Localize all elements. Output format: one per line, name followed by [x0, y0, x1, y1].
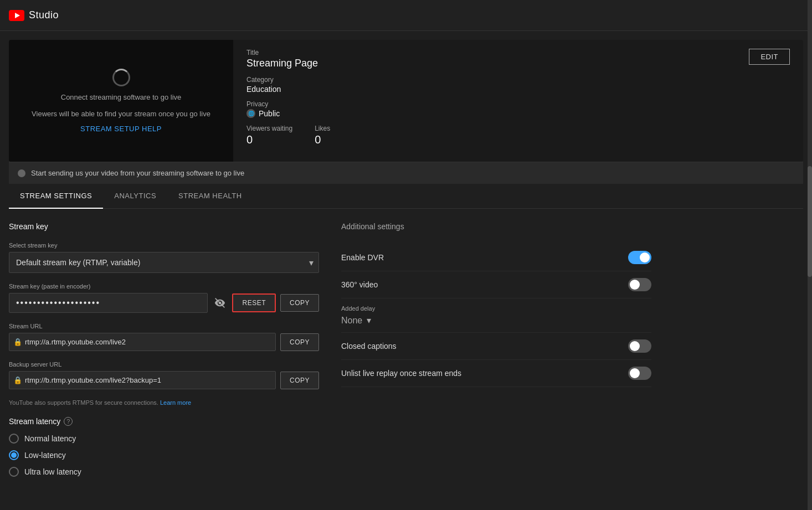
backup-url-input[interactable] — [9, 371, 276, 389]
closed-captions-toggle[interactable] — [628, 339, 651, 353]
stream-url-row: 🔒 COPY — [9, 333, 319, 351]
edit-button[interactable]: EDIT — [749, 49, 790, 65]
stream-key-select-group: Select stream key Default stream key (RT… — [9, 242, 319, 273]
latency-help-icon[interactable]: ? — [64, 417, 73, 426]
category-field: Category Education — [246, 76, 790, 94]
stream-url-input[interactable] — [9, 333, 276, 351]
preview-line2: Viewers will be able to find your stream… — [32, 109, 210, 120]
tab-stream-settings[interactable]: STREAM SETTINGS — [9, 184, 103, 209]
tab-stream-health[interactable]: STREAM HEALTH — [167, 184, 253, 209]
show-key-button[interactable] — [212, 295, 228, 311]
scrollbar-thumb[interactable] — [808, 166, 812, 277]
privacy-row: 🌐 Public — [246, 109, 790, 118]
stream-key-input[interactable] — [9, 293, 208, 313]
copy-key-button[interactable]: COPY — [280, 294, 319, 312]
unlist-replay-toggle[interactable] — [628, 367, 651, 380]
closed-captions-row: Closed captions — [341, 333, 651, 360]
tabs-row: STREAM SETTINGS ANALYTICS STREAM HEALTH — [9, 184, 803, 209]
latency-ultra-label: Ultra low latency — [24, 467, 81, 476]
left-column: Stream key Select stream key Default str… — [9, 222, 319, 483]
360-track[interactable] — [628, 278, 651, 291]
likes-label: Likes — [315, 125, 330, 132]
latency-low-label: Low-latency — [24, 451, 66, 460]
stream-key-section-title: Stream key — [9, 222, 319, 231]
backup-url-group: Backup server URL 🔒 COPY — [9, 361, 319, 389]
viewers-waiting-label: Viewers waiting — [246, 125, 292, 132]
unlist-track[interactable] — [628, 367, 651, 380]
latency-option-normal[interactable]: Normal latency — [9, 434, 319, 444]
360-video-row: 360° video — [341, 271, 651, 298]
added-delay-label: Added delay — [341, 305, 651, 312]
stream-url-wrapper: 🔒 — [9, 333, 276, 351]
youtube-icon — [9, 10, 24, 21]
preview-line1: Connect streaming software to go live — [61, 92, 182, 103]
stream-key-select-wrapper: Default stream key (RTMP, variable) ▾ — [9, 252, 319, 273]
main-content: Connect streaming software to go live Vi… — [0, 40, 812, 497]
dvr-track[interactable] — [628, 251, 651, 264]
status-indicator — [18, 169, 25, 177]
title-field: Title Streaming Page — [246, 49, 790, 69]
loading-spinner — [112, 69, 130, 86]
privacy-label: Privacy — [246, 100, 790, 108]
unlist-replay-row: Unlist live replay once stream ends — [341, 360, 651, 387]
copy-url-button[interactable]: COPY — [280, 333, 319, 351]
dvr-thumb — [640, 253, 650, 262]
viewers-waiting-value: 0 — [246, 133, 292, 146]
stream-key-select-label: Select stream key — [9, 242, 319, 249]
radio-normal — [9, 434, 19, 444]
radio-ultra — [9, 467, 19, 477]
stream-key-select[interactable]: Default stream key (RTMP, variable) — [9, 252, 319, 273]
privacy-icon: 🌐 — [246, 109, 255, 118]
enable-dvr-label: Enable DVR — [341, 253, 384, 262]
added-delay-row: Added delay None ▾ — [341, 298, 651, 333]
unlist-thumb — [630, 368, 640, 378]
help-text: YouTube also supports RTMPS for secure c… — [9, 399, 319, 406]
enable-dvr-row: Enable DVR — [341, 244, 651, 271]
latency-title: Stream latency ? — [9, 417, 319, 426]
radio-low — [9, 450, 19, 460]
backup-url-label: Backup server URL — [9, 361, 319, 368]
copy-backup-button[interactable]: COPY — [280, 372, 319, 389]
logo: Studio — [9, 9, 59, 21]
title-label: Title — [246, 49, 790, 56]
enable-dvr-toggle[interactable] — [628, 251, 651, 264]
video-preview: Connect streaming software to go live Vi… — [9, 40, 233, 162]
stats-row: Viewers waiting 0 Likes 0 — [246, 125, 790, 146]
scrollbar[interactable] — [808, 0, 812, 510]
captions-track[interactable] — [628, 339, 651, 353]
delay-value: None — [341, 316, 362, 326]
radio-low-inner — [11, 452, 17, 458]
viewers-waiting: Viewers waiting 0 — [246, 125, 292, 146]
privacy-field: Privacy 🌐 Public — [246, 100, 790, 118]
backup-url-row: 🔒 COPY — [9, 371, 319, 389]
reset-button[interactable]: RESET — [232, 293, 276, 312]
added-delay-dropdown[interactable]: None ▾ — [341, 315, 651, 326]
360-thumb — [630, 280, 640, 290]
status-text: Start sending us your video from your st… — [31, 169, 244, 177]
stream-key-input-label: Stream key (paste in encoder) — [9, 283, 319, 290]
learn-more-link[interactable]: Learn more — [160, 399, 191, 406]
stream-info-panel: EDIT Title Streaming Page Category Educa… — [233, 40, 803, 162]
settings-content: Stream key Select stream key Default str… — [9, 209, 803, 497]
360-video-toggle[interactable] — [628, 278, 651, 291]
likes-value: 0 — [315, 133, 330, 146]
latency-option-low[interactable]: Low-latency — [9, 450, 319, 460]
likes: Likes 0 — [315, 125, 330, 146]
stream-key-input-row: RESET COPY — [9, 293, 319, 313]
tab-analytics[interactable]: ANALYTICS — [103, 184, 167, 209]
backup-url-wrapper: 🔒 — [9, 371, 276, 389]
stream-url-label: Stream URL — [9, 323, 319, 329]
stream-setup-link[interactable]: STREAM SETUP HELP — [80, 125, 162, 133]
app-name: Studio — [29, 9, 59, 21]
stream-url-group: Stream URL 🔒 COPY — [9, 323, 319, 351]
category-label: Category — [246, 76, 790, 84]
unlist-replay-label: Unlist live replay once stream ends — [341, 369, 461, 378]
closed-captions-label: Closed captions — [341, 342, 397, 351]
title-value: Streaming Page — [246, 58, 790, 69]
latency-option-ultra[interactable]: Ultra low latency — [9, 467, 319, 477]
360-video-label: 360° video — [341, 280, 378, 289]
captions-thumb — [630, 341, 640, 351]
additional-section-title: Additional settings — [341, 222, 651, 231]
delay-chevron-icon: ▾ — [367, 315, 371, 326]
right-column: Additional settings Enable DVR 360° vide… — [341, 222, 651, 483]
